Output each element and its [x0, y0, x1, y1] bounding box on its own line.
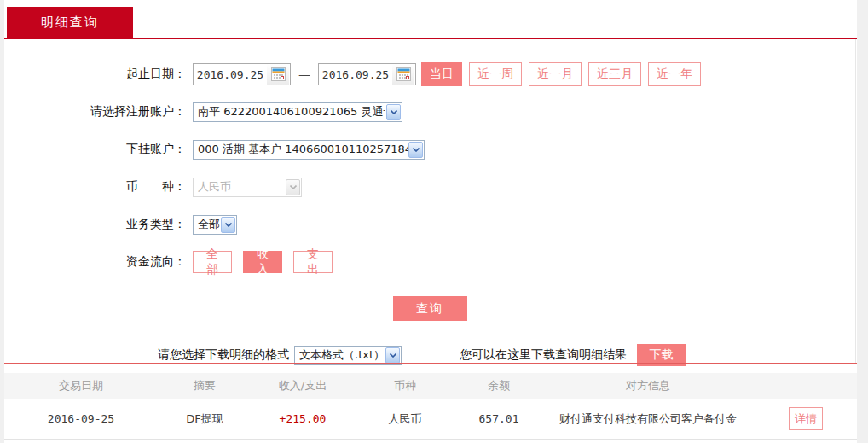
query-button[interactable]: 查询 — [393, 296, 467, 321]
header-transaction-date: 交易日期 — [4, 378, 158, 393]
date-range-dash: — — [298, 67, 310, 81]
business-type-label: 业务类型： — [4, 217, 186, 232]
table-header-row: 交易日期 摘要 收入/支出 币种 余额 对方信息 — [4, 373, 857, 399]
calendar-icon[interactable] — [392, 64, 414, 85]
sub-account-value: 000 活期 基本户 1406600101102571848 — [198, 142, 408, 157]
cell-currency: 人民币 — [354, 411, 456, 427]
cell-counterparty: 财付通支付科技有限公司客户备付金 — [541, 411, 755, 427]
register-account-select[interactable]: 南平 6222001406100921065 灵通卡 — [193, 102, 402, 122]
currency-label: 币 种： — [4, 179, 186, 195]
cell-summary: DF提现 — [158, 411, 252, 427]
header-summary: 摘要 — [158, 378, 252, 393]
cell-actions: 详情 — [755, 407, 857, 430]
chevron-down-icon — [286, 179, 300, 195]
fund-flow-all-button[interactable]: 全部 — [193, 251, 232, 273]
form-bottom-divider — [4, 363, 857, 364]
register-account-row: 请选择注册账户： 南平 6222001406100921065 灵通卡 — [4, 100, 855, 124]
chevron-down-icon — [221, 217, 235, 233]
date-range-label: 起止日期： — [4, 67, 186, 82]
register-account-value: 南平 6222001406100921065 灵通卡 — [198, 104, 385, 119]
quick-range-last-month-button[interactable]: 近一月 — [529, 62, 582, 86]
date-from-box — [193, 63, 291, 85]
fund-flow-row: 资金流向： 全部 收入 支出 — [4, 250, 855, 274]
content-panel: 明细查询 起止日期： — [4, 0, 857, 443]
tab-detail-query[interactable]: 明细查询 — [7, 7, 133, 38]
date-to-input[interactable] — [319, 65, 392, 84]
chevron-down-icon — [408, 142, 423, 158]
cell-balance: 657.01 — [456, 412, 541, 425]
chevron-down-icon — [385, 347, 400, 364]
calendar-icon[interactable] — [267, 64, 289, 85]
fund-flow-group: 全部 收入 支出 — [193, 251, 344, 273]
query-form: 起止日期： — — [4, 39, 856, 363]
fund-flow-expense-button[interactable]: 支出 — [293, 251, 333, 273]
quick-range-today-button[interactable]: 当日 — [421, 62, 462, 86]
date-from-input[interactable] — [194, 65, 267, 84]
sub-account-row: 下挂账户： 000 活期 基本户 1406600101102571848 — [4, 137, 855, 161]
download-format-label: 请您选择下载明细的格式 — [158, 347, 289, 363]
business-type-select[interactable]: 全部 — [193, 215, 237, 235]
table-row: 2016-09-25 DF提现 +215.00 人民币 657.01 财付通支付… — [4, 399, 857, 440]
detail-button[interactable]: 详情 — [789, 407, 823, 430]
sub-account-select[interactable]: 000 活期 基本户 1406600101102571848 — [193, 140, 425, 160]
quick-range-group: 当日 近一周 近一月 近三月 近一年 — [421, 62, 708, 86]
header-income-expense: 收入/支出 — [252, 378, 354, 393]
header-balance: 余额 — [456, 378, 541, 393]
cell-amount: +215.00 — [252, 412, 354, 425]
query-row: 查询 — [4, 296, 855, 321]
chevron-down-icon — [386, 104, 401, 120]
tab-label: 明细查询 — [41, 15, 99, 31]
sub-account-label: 下挂账户： — [4, 142, 186, 157]
header-currency: 币种 — [354, 378, 456, 393]
fund-flow-label: 资金流向： — [4, 254, 186, 270]
business-type-row: 业务类型： 全部 — [4, 213, 855, 236]
results-table: 交易日期 摘要 收入/支出 币种 余额 对方信息 2016-09-25 DF提现… — [4, 373, 857, 440]
header-counterparty: 对方信息 — [541, 378, 755, 393]
date-to-box — [318, 63, 416, 85]
download-format-value: 文本格式（.txt） — [299, 347, 385, 363]
business-type-value: 全部 — [198, 217, 220, 232]
currency-row: 币 种： 人民币 — [4, 175, 855, 199]
currency-value: 人民币 — [198, 179, 236, 195]
quick-range-last-year-button[interactable]: 近一年 — [648, 62, 701, 86]
register-account-label: 请选择注册账户： — [4, 104, 186, 119]
fund-flow-income-button[interactable]: 收入 — [243, 251, 282, 273]
quick-range-3-months-button[interactable]: 近三月 — [588, 62, 641, 86]
cell-transaction-date: 2016-09-25 — [4, 412, 158, 425]
download-hint: 您可以在这里下载查询明细结果 — [460, 347, 627, 363]
date-range-row: 起止日期： — — [4, 62, 855, 86]
quick-range-last-week-button[interactable]: 近一周 — [469, 62, 522, 86]
currency-select: 人民币 — [193, 178, 302, 197]
